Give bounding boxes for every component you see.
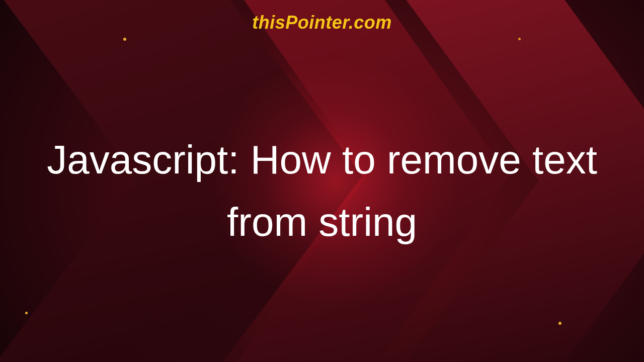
accent-dot bbox=[558, 322, 561, 325]
page-title: Javascript: How to remove text from stri… bbox=[26, 129, 618, 253]
accent-dot bbox=[123, 38, 126, 41]
accent-dot bbox=[25, 312, 28, 314]
accent-dot bbox=[518, 38, 521, 40]
site-brand: thisPointer.com bbox=[252, 12, 392, 33]
